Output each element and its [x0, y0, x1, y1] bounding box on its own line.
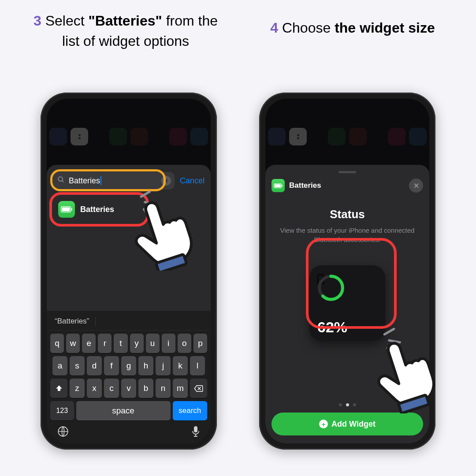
key-d[interactable]: d: [87, 356, 102, 376]
key-o[interactable]: o: [178, 334, 191, 353]
phone-step3: Batteries ✕ Cancel Batteries “Batteries”: [41, 93, 217, 450]
key-j[interactable]: j: [156, 356, 171, 376]
key-f[interactable]: f: [104, 356, 119, 376]
result-label: Batteries: [80, 205, 114, 214]
add-widget-button[interactable]: + Add Widget: [271, 413, 423, 435]
key-e[interactable]: e: [82, 334, 96, 353]
step3-number: 3: [33, 13, 41, 29]
batteries-app-icon: [58, 201, 75, 218]
step4-number: 4: [270, 20, 278, 36]
sheet-header-title: Batteries: [289, 181, 321, 190]
home-screen-dim: [47, 128, 211, 165]
key-v[interactable]: v: [121, 379, 136, 398]
plus-icon: +: [319, 420, 328, 428]
key-b[interactable]: b: [138, 379, 153, 398]
key-c[interactable]: c: [104, 379, 119, 398]
search-input[interactable]: Batteries ✕: [53, 172, 175, 190]
key-shift[interactable]: [50, 379, 67, 398]
search-value: Batteries: [69, 176, 100, 186]
page-dot: [339, 403, 342, 406]
key-n[interactable]: n: [156, 379, 171, 398]
page-dot: [353, 403, 356, 406]
key-backspace[interactable]: [190, 379, 207, 398]
key-s[interactable]: s: [70, 356, 85, 376]
clear-icon[interactable]: ✕: [161, 176, 171, 186]
close-button[interactable]: ✕: [409, 178, 423, 193]
svg-rect-13: [275, 184, 281, 187]
keyboard-row1: q w e r t y u i o p: [48, 334, 209, 353]
text-cursor: [100, 176, 101, 185]
key-l[interactable]: l: [190, 356, 205, 376]
key-m[interactable]: m: [173, 379, 188, 398]
keyboard-suggestion-bar[interactable]: “Batteries”: [48, 314, 209, 331]
key-y[interactable]: y: [130, 334, 144, 353]
globe-icon[interactable]: [57, 426, 69, 437]
svg-rect-3: [62, 208, 70, 212]
key-x[interactable]: x: [87, 379, 102, 398]
sheet-grabber[interactable]: [338, 171, 356, 173]
tap-hand-icon: [373, 335, 440, 413]
keyboard-row2: a s d f g h j k l: [48, 356, 209, 376]
home-screen-dim: [265, 128, 429, 165]
key-k[interactable]: k: [173, 356, 188, 376]
key-w[interactable]: w: [66, 334, 80, 353]
widget-title: Status: [271, 208, 423, 221]
keyboard-row3: z x c v b n m: [48, 379, 209, 398]
search-icon: [57, 176, 65, 186]
key-r[interactable]: r: [98, 334, 112, 353]
key-g[interactable]: g: [121, 356, 136, 376]
svg-rect-4: [71, 208, 72, 211]
keyboard-row4: 123 space search: [48, 401, 209, 420]
key-u[interactable]: u: [146, 334, 160, 353]
svg-point-0: [58, 177, 63, 181]
key-t[interactable]: t: [114, 334, 127, 353]
tap-hand-icon: [130, 197, 197, 271]
key-z[interactable]: z: [70, 379, 85, 398]
key-p[interactable]: p: [193, 334, 207, 353]
svg-rect-8: [194, 426, 197, 432]
battery-ring-icon: [317, 274, 345, 301]
batteries-app-icon: [271, 179, 285, 192]
mic-icon[interactable]: [191, 426, 200, 437]
step3-caption: 3 Select "Batteries" from the list of wi…: [26, 11, 225, 52]
key-i[interactable]: i: [162, 334, 175, 353]
key-search[interactable]: search: [173, 401, 207, 420]
widget-preview-small[interactable]: 62%: [309, 265, 385, 341]
key-a[interactable]: a: [52, 356, 67, 376]
svg-rect-14: [282, 185, 283, 187]
cancel-button[interactable]: Cancel: [180, 176, 205, 186]
key-q[interactable]: q: [50, 334, 64, 353]
keyboard[interactable]: “Batteries” q w e r t y u i o p a s: [47, 311, 211, 443]
key-h[interactable]: h: [138, 356, 153, 376]
page-dot-active: [346, 403, 349, 406]
widget-description: View the status of your iPhone and conne…: [271, 226, 423, 244]
step4-caption: 4 Choose the widget size: [251, 18, 454, 38]
svg-line-1: [62, 181, 64, 182]
key-123[interactable]: 123: [50, 401, 74, 420]
battery-percent: 62%: [317, 319, 377, 336]
key-space[interactable]: space: [76, 401, 171, 420]
